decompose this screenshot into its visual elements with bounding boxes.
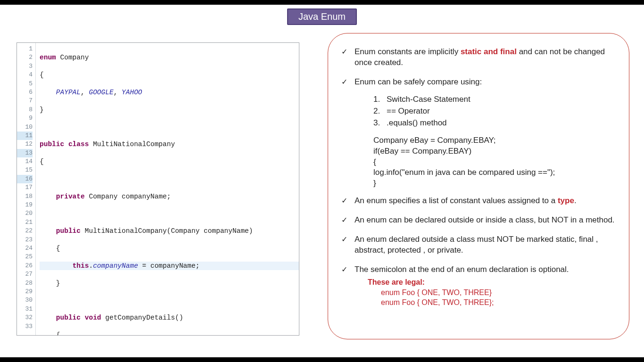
line-number: 21 xyxy=(17,218,33,227)
line-number: 2 xyxy=(17,53,33,62)
line-number: 22 xyxy=(17,227,33,235)
checkmark-icon: ✓ xyxy=(341,234,355,256)
line-number: 15 xyxy=(17,166,33,174)
line-number: 10 xyxy=(17,123,33,132)
line-number: 3 xyxy=(17,62,33,71)
line-number: 12 xyxy=(17,140,33,148)
line-number: 8 xyxy=(17,106,33,114)
line-number: 14 xyxy=(17,157,33,166)
line-number: 24 xyxy=(17,244,33,253)
note-text: . xyxy=(574,196,577,205)
line-number-gutter: 1234567891011121314151617181920212223242… xyxy=(17,43,36,335)
code-line: private Company companyName; xyxy=(40,192,299,201)
snippet-line: Company eBay = Company.EBAY; xyxy=(373,135,618,146)
line-number: 4 xyxy=(17,71,33,79)
checkmark-icon: ✓ xyxy=(341,77,355,88)
code-line xyxy=(40,175,299,183)
code-line xyxy=(40,210,299,218)
bullet-item: ✓ An enum specifies a list of constant v… xyxy=(341,196,618,206)
code-line: { xyxy=(40,244,299,253)
line-number: 26 xyxy=(17,262,33,270)
note-text: An enum can be declared outside or insid… xyxy=(355,215,618,226)
code-line: { xyxy=(40,157,299,166)
bullet-item: ✓ Enum constants are implicitly static a… xyxy=(341,47,618,68)
top-black-bar xyxy=(0,0,644,5)
line-number: 23 xyxy=(17,236,33,244)
code-line: { xyxy=(40,331,299,336)
note-text: Enum constants are implicitly xyxy=(355,47,461,56)
note-emphasis: type xyxy=(558,196,574,205)
bullet-item: ✓ The semicolon at the end of an enum de… xyxy=(341,264,618,308)
code-line: } xyxy=(40,279,299,288)
line-number: 6 xyxy=(17,88,33,97)
code-line: } xyxy=(40,106,299,114)
code-snippet: Company eBay = Company.EBAY; if(eBay == … xyxy=(373,135,618,189)
line-number: 20 xyxy=(17,209,33,218)
line-number: 16 xyxy=(17,175,33,183)
line-number: 27 xyxy=(17,270,33,279)
line-number: 9 xyxy=(17,114,33,123)
bottom-black-bar xyxy=(0,357,644,362)
list-item: 2.== Operator xyxy=(373,106,618,117)
note-text: An enum specifies a list of constant val… xyxy=(355,196,558,205)
checkmark-icon: ✓ xyxy=(341,47,355,68)
line-number: 13 xyxy=(17,149,33,157)
code-line: PAYPAL, GOOGLE, YAHOO xyxy=(40,88,299,97)
list-item: 1.Switch-Case Statement xyxy=(373,94,618,105)
line-number: 11 xyxy=(17,132,33,140)
checkmark-icon: ✓ xyxy=(341,215,355,226)
line-number: 25 xyxy=(17,253,33,261)
line-number: 28 xyxy=(17,279,33,288)
notes-panel: ✓ Enum constants are implicitly static a… xyxy=(328,33,629,339)
slide-title: Java Enum xyxy=(287,8,357,25)
code-line: { xyxy=(40,71,299,79)
note-text: An enum declared outside a class must NO… xyxy=(355,234,618,256)
code-line xyxy=(40,296,299,305)
line-number: 33 xyxy=(17,322,33,331)
snippet-line: } xyxy=(373,178,618,189)
snippet-line: { xyxy=(373,157,618,168)
code-editor-panel: 1234567891011121314151617181920212223242… xyxy=(17,42,299,336)
line-number: 5 xyxy=(17,80,33,88)
line-number: 30 xyxy=(17,296,33,304)
line-number: 19 xyxy=(17,201,33,209)
checkmark-icon: ✓ xyxy=(341,196,355,206)
line-number: 32 xyxy=(17,313,33,322)
bullet-item: ✓ An enum can be declared outside or ins… xyxy=(341,215,618,226)
line-number: 17 xyxy=(17,183,33,192)
code-line xyxy=(40,123,299,132)
note-text: The semicolon at the end of an enum decl… xyxy=(355,264,618,275)
checkmark-icon: ✓ xyxy=(341,264,355,308)
legal-example: enum Foo { ONE, TWO, THREE} xyxy=(381,288,618,298)
list-item: 3..equals() method xyxy=(373,118,618,129)
code-line: public void getCompanyDetails() xyxy=(40,313,299,322)
note-text: Enum can be safely compare using: xyxy=(355,77,618,88)
code-line: public class MultiNationalCompany xyxy=(40,140,299,148)
code-line: public MultiNationalCompany(Company comp… xyxy=(40,227,299,235)
code-line: enum Company xyxy=(40,53,299,62)
line-number: 31 xyxy=(17,305,33,313)
bullet-item: ✓ Enum can be safely compare using: xyxy=(341,77,618,88)
legal-header: These are legal: xyxy=(368,277,618,288)
ordered-list: 1.Switch-Case Statement 2.== Operator 3.… xyxy=(373,94,618,129)
bullet-item: ✓ An enum declared outside a class must … xyxy=(341,234,618,256)
snippet-line: if(eBay == Company.EBAY) xyxy=(373,146,618,157)
line-number: 29 xyxy=(17,288,33,296)
code-body: enum Company { PAYPAL, GOOGLE, YAHOO } p… xyxy=(36,43,299,335)
code-line: this.companyName = companyName; xyxy=(40,262,299,270)
line-number: 1 xyxy=(17,45,33,53)
line-number: 18 xyxy=(17,192,33,201)
snippet-line: log.info("enum in java can be compared u… xyxy=(373,167,618,178)
note-emphasis: static and final xyxy=(461,47,517,56)
line-number: 7 xyxy=(17,97,33,105)
legal-example: enum Foo { ONE, TWO, THREE}; xyxy=(381,297,618,308)
